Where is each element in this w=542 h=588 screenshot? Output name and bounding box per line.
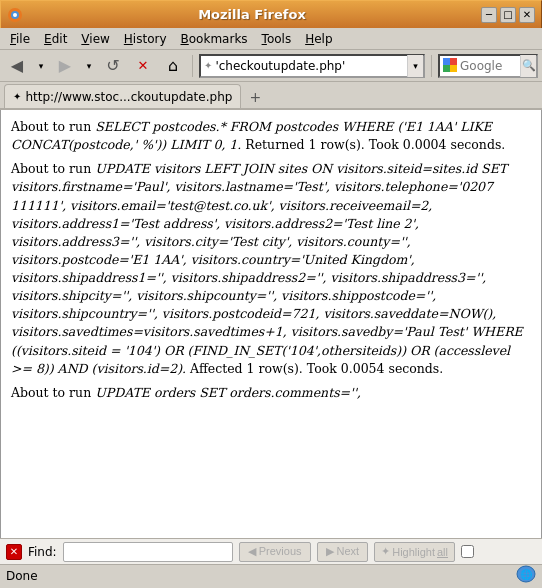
svg-point-2 <box>13 13 17 17</box>
find-label: Find: <box>28 545 57 559</box>
reload-button[interactable]: ↺ <box>100 53 126 79</box>
toolbar: ◀ ▾ ▶ ▾ ↺ ✕ ⌂ ✦ ▾ 🔍 <box>0 50 542 82</box>
titlebar-icon <box>7 7 23 23</box>
highlight-label: Highlight <box>392 546 435 558</box>
menu-view[interactable]: View <box>75 30 115 48</box>
svg-text:🌐: 🌐 <box>520 568 533 581</box>
menu-file[interactable]: File <box>4 30 36 48</box>
content-para-0: About to run SELECT postcodes.* FROM pos… <box>11 118 531 154</box>
content-text: About to run SELECT postcodes.* FROM pos… <box>11 118 531 402</box>
menu-edit[interactable]: Edit <box>38 30 73 48</box>
content-para-1: About to run UPDATE visitors LEFT JOIN s… <box>11 160 531 378</box>
menu-bookmarks[interactable]: Bookmarks <box>175 30 254 48</box>
maximize-button[interactable]: □ <box>500 7 516 23</box>
find-matchcase-checkbox[interactable] <box>461 545 474 558</box>
separator-1 <box>192 55 193 77</box>
find-highlight-button[interactable]: ✦ Highlight all <box>374 542 455 562</box>
findbar-close-button[interactable]: ✕ <box>6 544 22 560</box>
svg-rect-4 <box>450 58 457 65</box>
svg-rect-6 <box>450 65 457 72</box>
search-bar[interactable]: 🔍 <box>438 54 538 78</box>
security-icon: 🌐 <box>516 565 536 586</box>
address-bar[interactable]: ✦ ▾ <box>199 54 425 78</box>
home-button[interactable]: ⌂ <box>160 53 186 79</box>
menubar: File Edit View History Bookmarks Tools H… <box>0 28 542 50</box>
titlebar: Mozilla Firefox ─ □ ✕ <box>0 0 542 28</box>
search-button[interactable]: 🔍 <box>520 55 536 77</box>
separator-2 <box>431 55 432 77</box>
back-button[interactable]: ◀ <box>4 53 30 79</box>
titlebar-buttons: ─ □ ✕ <box>481 7 535 23</box>
highlight-icon: ✦ <box>381 545 390 558</box>
forward-button[interactable]: ▶ <box>52 53 78 79</box>
stop-button[interactable]: ✕ <box>130 53 156 79</box>
svg-rect-5 <box>443 65 450 72</box>
search-input[interactable] <box>460 59 520 73</box>
tab-0[interactable]: ✦ http://www.stoc...ckoutupdate.php <box>4 84 241 108</box>
svg-rect-3 <box>443 58 450 65</box>
highlight-all-label: all <box>437 546 448 558</box>
minimize-button[interactable]: ─ <box>481 7 497 23</box>
find-previous-button[interactable]: ◀ Previous <box>239 542 311 562</box>
titlebar-title: Mozilla Firefox <box>23 7 481 22</box>
find-next-button[interactable]: ▶ Next <box>317 542 369 562</box>
status-text: Done <box>6 569 38 583</box>
close-button[interactable]: ✕ <box>519 7 535 23</box>
statusbar: Done 🌐 <box>0 564 542 586</box>
search-engine-icon <box>440 58 460 74</box>
content-area[interactable]: About to run SELECT postcodes.* FROM pos… <box>0 110 542 538</box>
menu-help[interactable]: Help <box>299 30 338 48</box>
menu-history[interactable]: History <box>118 30 173 48</box>
findbar: ✕ Find: ◀ Previous ▶ Next ✦ Highlight al… <box>0 538 542 564</box>
forward-dropdown[interactable]: ▾ <box>82 53 96 79</box>
address-favicon: ✦ <box>201 60 215 71</box>
menu-tools[interactable]: Tools <box>256 30 298 48</box>
content-para-2: About to run UPDATE orders SET orders.co… <box>11 384 531 402</box>
address-dropdown[interactable]: ▾ <box>407 55 423 77</box>
find-input[interactable] <box>63 542 233 562</box>
address-input[interactable] <box>215 59 407 73</box>
back-dropdown[interactable]: ▾ <box>34 53 48 79</box>
tab-label: http://www.stoc...ckoutupdate.php <box>25 90 232 104</box>
tab-favicon: ✦ <box>13 91 21 102</box>
tabbar: ✦ http://www.stoc...ckoutupdate.php + <box>0 82 542 110</box>
new-tab-button[interactable]: + <box>245 88 265 106</box>
